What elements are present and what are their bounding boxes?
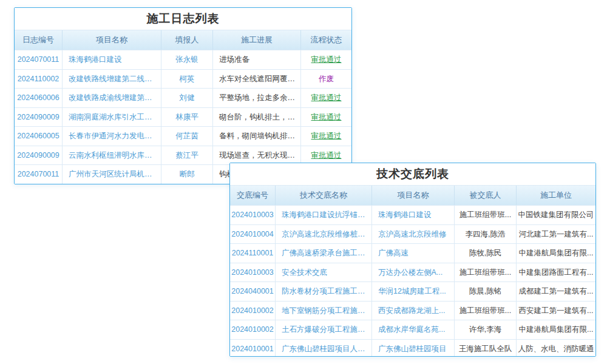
disclosure-unit-text: 中建集团路面工程有...: [517, 263, 595, 282]
disclosure-table-body: 2024010003珠海鹤港口建设抗浮锚杆...珠海鹤港口建设施工班组带班...…: [230, 205, 595, 356]
construction-log-panel: 施工日志列表 日志编号 项目名称 填报人 施工进展 流程状态 202407001…: [14, 7, 352, 184]
log-status-link[interactable]: 审批通过: [301, 89, 351, 107]
log-progress-text: 水车对全线遮阳网覆盖点进...: [213, 70, 301, 89]
disclosure-name-link[interactable]: 防水卷材分项工程施工技...: [276, 282, 372, 301]
disclosure-unit-text: 成都建工第一建筑有...: [517, 282, 595, 301]
disclosure-name-link[interactable]: 广佛高速桥梁承台施工技...: [276, 244, 372, 263]
disclosure-project-link[interactable]: 珠海鹤港口建设: [372, 206, 455, 224]
disclosure-name-link[interactable]: 土石方爆破分项工程施工...: [276, 320, 372, 339]
log-col-status: 流程状态: [301, 30, 351, 50]
disclosure-table-header: 交底编号 技术交底名称 项目名称 被交底人 施工单位: [230, 185, 595, 205]
disclosure-id-link[interactable]: 2024010003: [230, 206, 276, 224]
disclosure-name-link[interactable]: 地下室钢筋分项工程施工...: [276, 302, 372, 320]
disclosure-project-link[interactable]: 西安成都路龙湖上...: [372, 302, 455, 320]
log-status-link[interactable]: 审批通过: [301, 50, 351, 69]
log-id-link[interactable]: 2024070011: [15, 50, 63, 69]
disclosure-person-text: 施工班组带班...: [455, 263, 517, 282]
log-table-row: 2024110002改建铁路线增建第二线直...柯英水车对全线遮阳网覆盖点进..…: [15, 69, 351, 89]
disclosure-project-link[interactable]: 广东佛山碧桂园项目: [372, 340, 455, 357]
log-table-row: 2024060005长春市伊通河水力发电厂...何芷茵备料，砌间墙钩机排土，瓦.…: [15, 126, 351, 146]
log-status-link[interactable]: 作废: [301, 70, 351, 89]
log-project-link[interactable]: 改建铁路线增建第二线直...: [63, 70, 161, 89]
disclosure-table-row: 2024010004京沪高速北京段维修桩帽...京沪高速北京段维修李四海,陈浩河…: [230, 224, 595, 244]
disclosure-person-text: 许华,李海: [455, 320, 517, 339]
disclosure-table-row: 2024040001防水卷材分项工程施工技...华润12城房建工程...陈晨,陈…: [230, 281, 595, 301]
log-col-progress: 施工进展: [213, 30, 301, 50]
log-progress-text: 进场准备: [213, 50, 301, 69]
log-progress-text: 平整场地，拉走多余泥土15...: [213, 89, 301, 107]
log-col-id: 日志编号: [15, 30, 63, 50]
disclosure-id-link[interactable]: 2024010003: [230, 263, 276, 282]
disclosure-id-link[interactable]: 2024110001: [230, 244, 276, 263]
disclosure-col-project: 项目名称: [372, 186, 455, 205]
disclosure-name-link[interactable]: 安全技术交底: [276, 263, 372, 282]
log-project-link[interactable]: 改建铁路成渝线增建第二...: [63, 89, 161, 107]
log-progress-text: 砌台阶，钩机排土，二包砌...: [213, 108, 301, 127]
log-col-project: 项目名称: [63, 30, 161, 50]
technical-disclosure-panel: 技术交底列表 交底编号 技术交底名称 项目名称 被交底人 施工单位 202401…: [229, 163, 596, 357]
disclosure-col-person: 被交底人: [455, 186, 517, 205]
disclosure-col-unit: 施工单位: [517, 186, 595, 205]
log-table-row: 2024060006改建铁路成渝线增建第二...刘健平整场地，拉走多余泥土15.…: [15, 88, 351, 107]
log-id-link[interactable]: 2024060006: [15, 89, 63, 107]
log-id-link[interactable]: 2024090009: [15, 146, 63, 165]
disclosure-person-text: 陈晨,陈铭: [455, 282, 517, 301]
disclosure-id-link[interactable]: 2024010002: [230, 320, 276, 339]
disclosure-unit-text: 中国铁建集团有限公司: [517, 206, 595, 224]
log-col-reporter: 填报人: [161, 30, 213, 50]
disclosure-person-text: 施工班组带班...: [455, 302, 517, 320]
log-status-link[interactable]: 审批通过: [301, 146, 351, 165]
log-id-link[interactable]: 2024110002: [15, 70, 63, 89]
log-project-link[interactable]: 云南水利枢纽潜明水库一...: [63, 146, 161, 165]
disclosure-project-link[interactable]: 京沪高速北京段维修: [372, 225, 455, 244]
disclosure-person-text: 王海施工队全队: [455, 340, 517, 357]
disclosure-person-text: 施工班组带班...: [455, 206, 517, 224]
disclosure-table-row: 2024010002地下室钢筋分项工程施工...西安成都路龙湖上...施工班组带…: [230, 301, 595, 320]
log-id-link[interactable]: 2024060005: [15, 127, 63, 146]
log-reporter-link[interactable]: 林康平: [161, 108, 213, 127]
log-reporter-link[interactable]: 张永银: [161, 50, 213, 69]
disclosure-table-row: 2024010003珠海鹤港口建设抗浮锚杆...珠海鹤港口建设施工班组带班...…: [230, 205, 595, 224]
log-table-row: 2024070011珠海鹤港口建设张永银进场准备审批通过: [15, 50, 351, 69]
disclosure-col-id: 交底编号: [230, 186, 276, 205]
log-status-link[interactable]: 审批通过: [301, 127, 351, 146]
disclosure-project-link[interactable]: 广佛高速: [372, 244, 455, 263]
log-reporter-link[interactable]: 蔡江平: [161, 146, 213, 165]
disclosure-unit-text: 中建港航局集团有限...: [517, 320, 595, 339]
disclosure-id-link[interactable]: 2024010002: [230, 302, 276, 320]
log-project-link[interactable]: 广州市天河区统计局机房...: [63, 165, 161, 184]
log-progress-text: 现场巡查，无积水现象，水...: [213, 146, 301, 165]
log-project-link[interactable]: 长春市伊通河水力发电厂...: [63, 127, 161, 146]
disclosure-id-link[interactable]: 2024010001: [230, 340, 276, 357]
disclosure-table-row: 2024110001广佛高速桥梁承台施工技...广佛高速陈牧,陈民中建港航局集团…: [230, 243, 595, 263]
disclosure-id-link[interactable]: 2024040001: [230, 282, 276, 301]
disclosure-unit-text: 西安建工第一建筑有...: [517, 302, 595, 320]
disclosure-table-row: 2024010003安全技术交底万达办公楼左侧A...施工班组带班...中建集团…: [230, 263, 595, 282]
log-project-link[interactable]: 珠海鹤港口建设: [63, 50, 161, 69]
disclosure-col-name: 技术交底名称: [276, 186, 372, 205]
log-project-link[interactable]: 湖南洞庭湖水库引水工程...: [63, 108, 161, 127]
disclosure-name-link[interactable]: 珠海鹤港口建设抗浮锚杆...: [276, 206, 372, 224]
log-reporter-link[interactable]: 柯英: [161, 70, 213, 89]
disclosure-project-link[interactable]: 万达办公楼左侧A...: [372, 263, 455, 282]
log-table-row: 2024090009云南水利枢纽潜明水库一...蔡江平现场巡查，无积水现象，水.…: [15, 146, 351, 165]
desktop-background: 施工日志列表 日志编号 项目名称 填报人 施工进展 流程状态 202407001…: [0, 0, 607, 364]
disclosure-person-text: 李四海,陈浩: [455, 225, 517, 244]
log-status-link[interactable]: 审批通过: [301, 108, 351, 127]
disclosure-unit-text: 中建港航局集团有限...: [517, 244, 595, 263]
log-reporter-link[interactable]: 刘健: [161, 89, 213, 107]
disclosure-name-link[interactable]: 京沪高速北京段维修桩帽...: [276, 225, 372, 244]
disclosure-unit-text: 人防、水电、消防暖通: [517, 340, 595, 357]
technical-disclosure-title: 技术交底列表: [230, 163, 595, 185]
disclosure-name-link[interactable]: 广东佛山碧桂园项目人防...: [276, 340, 372, 357]
disclosure-person-text: 陈牧,陈民: [455, 244, 517, 263]
disclosure-unit-text: 河北建工第一建筑有...: [517, 225, 595, 244]
log-reporter-link[interactable]: 断郎: [161, 165, 213, 184]
disclosure-project-link[interactable]: 成都水岸华庭名苑...: [372, 320, 455, 339]
log-table-header: 日志编号 项目名称 填报人 施工进展 流程状态: [15, 30, 351, 50]
disclosure-project-link[interactable]: 华润12城房建工程...: [372, 282, 455, 301]
log-id-link[interactable]: 2024090009: [15, 108, 63, 127]
log-reporter-link[interactable]: 何芷茵: [161, 127, 213, 146]
log-id-link[interactable]: 2024070011: [15, 165, 63, 184]
disclosure-id-link[interactable]: 2024010004: [230, 225, 276, 244]
